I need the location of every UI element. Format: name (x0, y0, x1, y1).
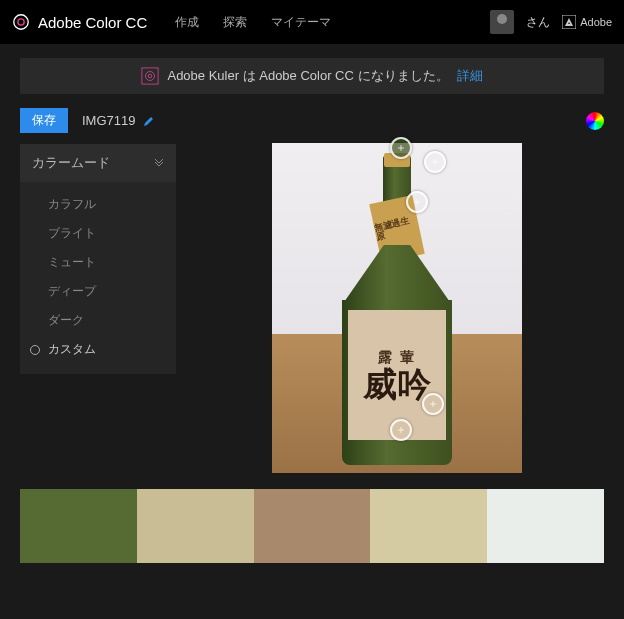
source-image[interactable]: 無濾過生原 露 葷 威吟 (272, 143, 522, 473)
nav-mythemes[interactable]: マイテーマ (271, 14, 331, 31)
mood-list: カラフル ブライト ミュート ディープ ダーク カスタム (20, 182, 176, 374)
edit-pencil-icon[interactable] (143, 115, 155, 127)
banner-details-link[interactable]: 詳細 (457, 67, 483, 85)
svg-point-5 (149, 74, 153, 78)
color-mood-panel: カラームード カラフル ブライト ミュート ディープ ダーク カスタム (20, 143, 176, 374)
color-mood-panel-header[interactable]: カラームード (20, 143, 176, 182)
mood-mute[interactable]: ミュート (20, 248, 176, 277)
save-button[interactable]: 保存 (20, 108, 68, 133)
main-nav: 作成 探索 マイテーマ (175, 14, 331, 31)
chevron-up-icon (154, 158, 164, 168)
color-picker-1[interactable] (390, 137, 412, 159)
mood-colorful[interactable]: カラフル (20, 190, 176, 219)
swatch-5[interactable] (487, 489, 604, 563)
info-banner: Adobe Kuler は Adobe Color CC になりました。 詳細 (20, 58, 604, 94)
color-picker-4[interactable] (422, 393, 444, 415)
nav-explore[interactable]: 探索 (223, 14, 247, 31)
app-header: Adobe Color CC 作成 探索 マイテーマ さん Adobe (0, 0, 624, 44)
image-canvas: 無濾過生原 露 葷 威吟 (190, 143, 604, 473)
kuler-icon (141, 67, 159, 85)
user-suffix: さん (526, 14, 550, 31)
mood-deep[interactable]: ディープ (20, 277, 176, 306)
color-picker-5[interactable] (390, 419, 412, 441)
color-picker-3[interactable] (406, 191, 428, 213)
banner-text: Adobe Kuler は Adobe Color CC になりました。 (167, 67, 448, 85)
swatch-3[interactable] (254, 489, 371, 563)
swatch-2[interactable] (137, 489, 254, 563)
svg-point-1 (18, 19, 24, 25)
color-picker-2[interactable] (424, 151, 446, 173)
svg-point-4 (146, 72, 155, 81)
svg-rect-3 (142, 68, 158, 84)
adobe-logo-icon (562, 15, 576, 29)
svg-point-0 (14, 15, 28, 29)
main-area: カラームード カラフル ブライト ミュート ディープ ダーク カスタム 無濾過 (0, 143, 624, 473)
theme-title: IMG7119 (82, 113, 135, 128)
swatch-4[interactable] (370, 489, 487, 563)
toolbar: 保存 IMG7119 (0, 94, 624, 143)
theme-title-area: IMG7119 (82, 113, 155, 128)
mood-custom[interactable]: カスタム (20, 335, 176, 364)
radio-icon (30, 345, 40, 355)
header-right: さん Adobe (490, 10, 612, 34)
mood-bright[interactable]: ブライト (20, 219, 176, 248)
avatar[interactable] (490, 10, 514, 34)
adobe-brand-label: Adobe (580, 16, 612, 28)
mood-dark[interactable]: ダーク (20, 306, 176, 335)
color-wheel-button[interactable] (586, 112, 604, 130)
logo-area[interactable]: Adobe Color CC (12, 13, 147, 31)
swatch-1[interactable] (20, 489, 137, 563)
sidebar: カラームード カラフル ブライト ミュート ディープ ダーク カスタム (20, 143, 176, 473)
app-title: Adobe Color CC (38, 14, 147, 31)
nav-create[interactable]: 作成 (175, 14, 199, 31)
adobe-brand-link[interactable]: Adobe (562, 15, 612, 29)
color-logo-icon (12, 13, 30, 31)
palette-swatches (20, 489, 604, 563)
panel-title: カラームード (32, 154, 110, 172)
